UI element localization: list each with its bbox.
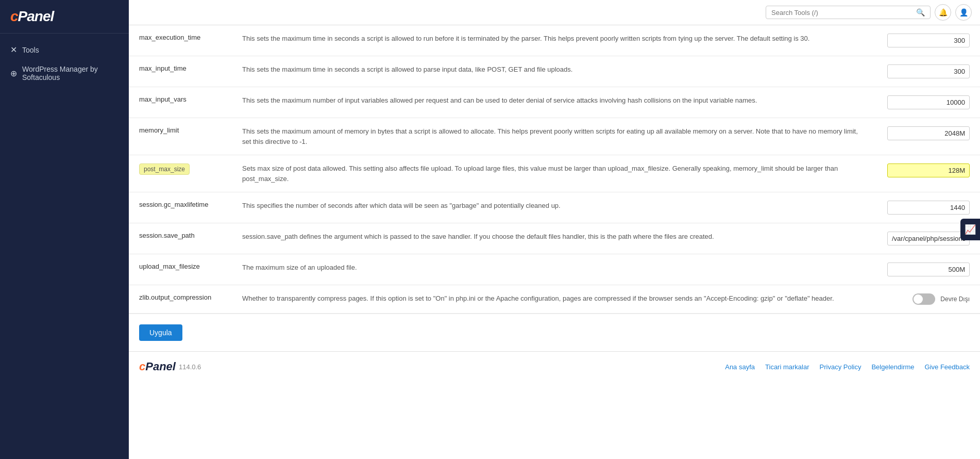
float-chart-button[interactable]: 📈 <box>960 219 980 240</box>
setting-description: This sets the maximum amount of memory i… <box>232 118 877 155</box>
table-row: zlib.output_compressionWhether to transp… <box>129 285 980 314</box>
search-box[interactable]: 🔍 <box>766 6 931 19</box>
setting-name: session.save_path <box>129 223 232 254</box>
apply-button[interactable]: Uygula <box>139 324 182 341</box>
cpanel-logo: cPanel <box>10 8 119 25</box>
setting-value-input[interactable] <box>887 232 970 245</box>
search-input[interactable] <box>771 9 913 17</box>
table-row: max_input_timeThis sets the maximum time… <box>129 56 980 87</box>
topbar: 🔍 🔔 👤 <box>129 0 980 25</box>
footer-link-home[interactable]: Ana sayfa <box>725 363 755 371</box>
sidebar-item-wordpress[interactable]: ⊕ WordPress Manager by Softaculous <box>0 60 129 87</box>
sidebar: cPanel ✕ Tools ⊕ WordPress Manager by So… <box>0 0 129 459</box>
footer-link-privacy[interactable]: Privacy Policy <box>820 363 861 371</box>
setting-description: Sets max size of post data allowed. This… <box>232 155 877 192</box>
toggle-container: Devre Dışı <box>887 293 970 305</box>
setting-name: max_execution_time <box>129 25 232 56</box>
settings-table: max_execution_timeThis sets the maximum … <box>129 25 980 314</box>
table-row: session.gc_maxlifetimeThis specifies the… <box>129 192 980 223</box>
footer-link-docs[interactable]: Belgelendirme <box>871 363 914 371</box>
toggle-label: Devre Dışı <box>940 296 970 303</box>
user-icon: 👤 <box>959 8 968 17</box>
setting-description: This sets the maximum time in seconds a … <box>232 25 877 56</box>
setting-description: session.save_path defines the argument w… <box>232 223 877 254</box>
footer-link-trademarks[interactable]: Ticari markalar <box>765 363 809 371</box>
sidebar-item-wordpress-label: WordPress Manager by Softaculous <box>22 65 119 81</box>
setting-name-badge: post_max_size <box>139 163 190 175</box>
tools-icon: ✕ <box>10 45 17 55</box>
setting-description: The maximum size of an uploaded file. <box>232 254 877 285</box>
setting-name: zlib.output_compression <box>129 285 232 314</box>
setting-value-input[interactable] <box>887 64 970 78</box>
setting-value-input[interactable] <box>887 126 970 140</box>
sidebar-item-tools-label: Tools <box>22 46 39 54</box>
sidebar-item-tools[interactable]: ✕ Tools <box>0 40 129 60</box>
setting-name: upload_max_filesize <box>129 254 232 285</box>
setting-value-input[interactable] <box>887 263 970 276</box>
search-icon: 🔍 <box>916 8 925 17</box>
setting-description: This specifies the number of seconds aft… <box>232 192 877 223</box>
setting-name: session.gc_maxlifetime <box>129 192 232 223</box>
setting-description: This sets the maximum number of input va… <box>232 87 877 118</box>
setting-name: max_input_vars <box>129 87 232 118</box>
user-button[interactable]: 👤 <box>955 4 972 21</box>
table-row: upload_max_filesizeThe maximum size of a… <box>129 254 980 285</box>
table-row: max_input_varsThis sets the maximum numb… <box>129 87 980 118</box>
setting-value-input[interactable] <box>887 201 970 215</box>
setting-description: Whether to transparently compress pages.… <box>232 285 877 314</box>
main-content: 🔍 🔔 👤 max_execution_timeThis sets the ma… <box>129 0 980 459</box>
wordpress-icon: ⊕ <box>10 69 17 78</box>
table-row: session.save_pathsession.save_path defin… <box>129 223 980 254</box>
table-row: post_max_sizeSets max size of post data … <box>129 155 980 192</box>
action-bar: Uygula <box>129 314 980 351</box>
table-row: max_execution_timeThis sets the maximum … <box>129 25 980 56</box>
footer-version: 114.0.6 <box>179 363 201 371</box>
setting-value-input[interactable] <box>887 34 970 47</box>
chart-icon: 📈 <box>965 224 976 235</box>
footer-cpanel-logo: cPanel <box>139 360 176 373</box>
sidebar-nav: ✕ Tools ⊕ WordPress Manager by Softaculo… <box>0 34 129 93</box>
setting-value-input[interactable] <box>887 95 970 109</box>
table-row: memory_limitThis sets the maximum amount… <box>129 118 980 155</box>
setting-description: This sets the maximum time in seconds a … <box>232 56 877 87</box>
footer-links: Ana sayfaTicari markalarPrivacy PolicyBe… <box>725 363 970 371</box>
setting-name: max_input_time <box>129 56 232 87</box>
footer: cPanel 114.0.6 Ana sayfaTicari markalarP… <box>129 351 980 382</box>
setting-value-input[interactable] <box>887 163 970 177</box>
footer-logo-area: cPanel 114.0.6 <box>139 360 201 373</box>
setting-name: memory_limit <box>129 118 232 155</box>
toggle-switch[interactable] <box>913 293 935 305</box>
notification-button[interactable]: 🔔 <box>935 4 951 21</box>
sidebar-logo: cPanel <box>0 0 129 34</box>
notification-icon: 🔔 <box>939 8 948 17</box>
footer-link-feedback[interactable]: Give Feedback <box>925 363 970 371</box>
settings-content: max_execution_timeThis sets the maximum … <box>129 25 980 459</box>
